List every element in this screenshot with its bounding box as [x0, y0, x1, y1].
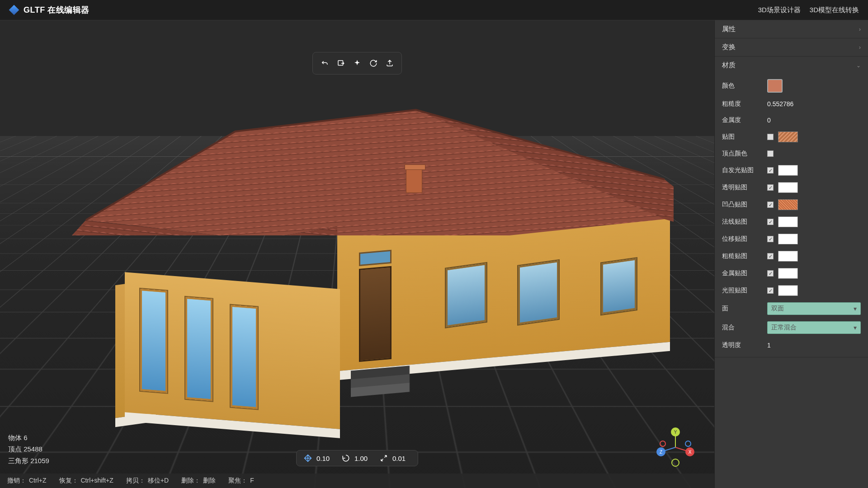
label-vertex-color: 顶点颜色: [722, 150, 767, 158]
checkbox-map[interactable]: [767, 134, 774, 140]
shortcuts-bar: 撤销：Ctrl+Z 恢复：Ctrl+shift+Z 拷贝：移位+D 删除：删除 …: [0, 474, 714, 488]
label-color: 颜色: [722, 82, 767, 90]
label-bump-map: 凹凸贴图: [722, 201, 767, 209]
section-material: 材质 ⌄ 颜色 粗糙度 0.552786 金属度 0 贴图: [715, 56, 868, 357]
section-transform: 变换 ›: [715, 38, 868, 56]
value-metalness[interactable]: 0: [767, 117, 771, 124]
nav-model-converter[interactable]: 3D模型在线转换: [810, 6, 859, 14]
texture-roughness[interactable]: [778, 251, 798, 262]
svg-point-19: [685, 441, 691, 446]
label-metalness: 金属度: [722, 116, 767, 124]
checkbox-roughness-map[interactable]: ✓: [767, 253, 774, 259]
section-header-transform[interactable]: 变换 ›: [715, 38, 868, 56]
svg-text:Y: Y: [674, 430, 677, 435]
section-header-material[interactable]: 材质 ⌄: [715, 56, 868, 74]
main-container: 物体 6 顶点 25488 三角形 21059 0.10 1.00 0.01: [0, 20, 868, 488]
chevron-down-icon: ▾: [854, 305, 857, 312]
rotate-snap[interactable]: 1.00: [342, 454, 373, 462]
axis-gizmo[interactable]: Y X Z: [654, 426, 697, 469]
checkbox-displacement[interactable]: ✓: [767, 236, 774, 242]
checkbox-metalness-map[interactable]: ✓: [767, 270, 774, 277]
checkbox-light-map[interactable]: ✓: [767, 287, 774, 294]
logo-icon: [9, 5, 19, 15]
label-displacement-map: 位移贴图: [722, 235, 767, 243]
viewport-toolbar: [312, 52, 402, 75]
checkbox-alpha[interactable]: ✓: [767, 184, 774, 191]
import-button[interactable]: [334, 56, 348, 70]
chevron-down-icon: ▾: [854, 324, 857, 331]
checkbox-emissive[interactable]: ✓: [767, 167, 774, 174]
inspector-panel: 属性 › 变换 › 材质 ⌄ 颜色 粗糙度 0.552786: [714, 20, 868, 488]
select-side[interactable]: 双面 ▾: [767, 302, 861, 315]
texture-metalness[interactable]: [778, 268, 798, 279]
label-opacity: 透明度: [722, 341, 767, 349]
section-properties: 属性 ›: [715, 20, 868, 38]
svg-text:X: X: [689, 450, 692, 455]
viewport-3d[interactable]: 物体 6 顶点 25488 三角形 21059 0.10 1.00 0.01: [0, 20, 714, 488]
move-snap[interactable]: 0.10: [304, 454, 335, 462]
label-roughness-map: 粗糙贴图: [722, 252, 767, 260]
header-left: GLTF 在线编辑器: [9, 5, 90, 15]
texture-map[interactable]: [778, 131, 798, 142]
export-button[interactable]: [382, 56, 397, 70]
value-roughness[interactable]: 0.552786: [767, 100, 793, 108]
sparkle-button[interactable]: [350, 56, 364, 70]
viewport-stats: 物体 6 顶点 25488 三角形 21059: [8, 432, 49, 467]
chevron-down-icon: ⌄: [856, 62, 861, 69]
nav-scene-designer[interactable]: 3D场景设计器: [758, 6, 801, 14]
svg-text:Z: Z: [660, 450, 662, 455]
value-opacity[interactable]: 1: [767, 342, 771, 349]
label-alpha-map: 透明贴图: [722, 183, 767, 192]
model-house: [41, 95, 674, 385]
transform-bar: 0.10 1.00 0.01: [296, 450, 418, 466]
label-metalness-map: 金属贴图: [722, 269, 767, 277]
label-normal-map: 法线贴图: [722, 218, 767, 226]
scale-snap[interactable]: 0.01: [380, 454, 410, 462]
undo-button[interactable]: [317, 56, 332, 70]
app-title: GLTF 在线编辑器: [24, 5, 90, 15]
checkbox-normal[interactable]: ✓: [767, 219, 774, 225]
color-swatch[interactable]: [767, 79, 783, 93]
texture-normal[interactable]: [778, 216, 798, 227]
select-blend[interactable]: 正常混合 ▾: [767, 321, 861, 334]
chevron-right-icon: ›: [859, 44, 861, 51]
texture-alpha[interactable]: [778, 182, 798, 193]
label-roughness: 粗糙度: [722, 100, 767, 108]
texture-emissive[interactable]: [778, 165, 798, 176]
chevron-right-icon: ›: [859, 26, 861, 33]
svg-point-17: [672, 459, 679, 466]
svg-point-18: [660, 441, 665, 446]
texture-displacement[interactable]: [778, 234, 798, 244]
app-header: GLTF 在线编辑器 3D场景设计器 3D模型在线转换: [0, 0, 868, 20]
label-blend: 混合: [722, 324, 767, 332]
refresh-button[interactable]: [366, 56, 381, 70]
texture-light[interactable]: [778, 285, 798, 296]
label-emissive-map: 自发光贴图: [722, 166, 767, 174]
label-light-map: 光照贴图: [722, 286, 767, 295]
label-side: 面: [722, 305, 767, 313]
checkbox-vertex-color[interactable]: [767, 150, 774, 157]
texture-bump[interactable]: [778, 199, 798, 210]
checkbox-bump[interactable]: ✓: [767, 202, 774, 208]
section-header-properties[interactable]: 属性 ›: [715, 20, 868, 38]
header-right: 3D场景设计器 3D模型在线转换: [758, 6, 859, 14]
label-map: 贴图: [722, 133, 767, 141]
